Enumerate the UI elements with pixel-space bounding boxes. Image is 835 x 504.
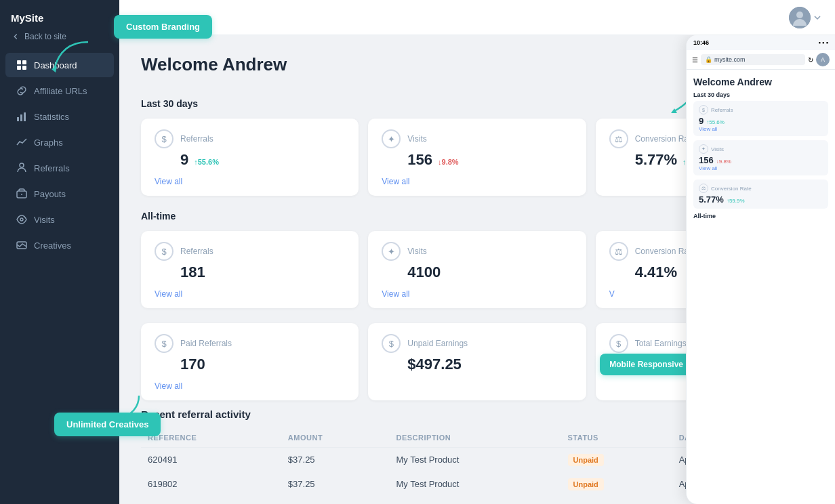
mobile-responsive-button[interactable]: Mobile Responsive: [600, 354, 693, 375]
avatar[interactable]: [789, 7, 811, 28]
svg-rect-4: [17, 117, 19, 121]
referrals-view-all[interactable]: View all: [155, 177, 345, 186]
status-badge: Unpaid: [568, 454, 604, 466]
card-alltime-paid-referrals: $ Paid Referrals 170 View all: [141, 323, 359, 400]
row1-description: My Test Product: [389, 448, 561, 472]
sidebar-item-payouts[interactable]: Payouts: [5, 182, 114, 206]
visits-card-value: 156: [407, 151, 432, 169]
mobile-url-text: mysite.com: [714, 56, 746, 63]
col-status: STATUS: [561, 428, 672, 448]
svg-point-15: [796, 12, 803, 18]
sidebar-item-referrals[interactable]: Referrals: [5, 156, 114, 180]
at-referrals-value: 181: [180, 264, 205, 281]
sidebar-item-statistics[interactable]: Statistics: [5, 104, 114, 129]
referrals-card-label: Referrals: [180, 134, 213, 144]
mobile-ref-icon: $: [699, 105, 708, 114]
brand-name: MySite: [0, 0, 119, 29]
referrals-icon: [16, 163, 27, 173]
total-earn-icon: $: [609, 334, 628, 353]
mobile-vis-label: Visits: [711, 146, 724, 152]
conversion-card-value: 5.77%: [635, 151, 677, 169]
sidebar-item-dashboard[interactable]: Dashboard: [5, 53, 114, 77]
mobile-alltime-title: All-time: [693, 213, 828, 219]
at-referrals-view-all[interactable]: View all: [155, 289, 345, 299]
unpaid-earn-icon: $: [382, 334, 401, 353]
custom-branding-button[interactable]: Custom Branding: [114, 15, 212, 39]
mobile-avatar: A: [816, 53, 830, 66]
mobile-vis-value: 156: [699, 155, 714, 165]
back-to-site[interactable]: Back to site: [0, 29, 119, 49]
affiliate-urls-icon: [16, 85, 27, 96]
mobile-vis-change: ↓9.8%: [716, 159, 731, 165]
visits-card-icon: ✦: [382, 129, 401, 148]
at-referrals-label: Referrals: [180, 247, 213, 256]
svg-rect-1: [22, 60, 26, 64]
statistics-icon: [16, 111, 27, 122]
row2-reference: 619802: [141, 472, 281, 497]
mobile-ref-view-all[interactable]: View all: [699, 126, 823, 132]
sidebar-item-graphs[interactable]: Graphs: [5, 130, 114, 154]
unpaid-earn-label: Unpaid Earnings: [407, 339, 468, 348]
at-referrals-icon: $: [155, 242, 174, 261]
mobile-time: 10:46: [693, 39, 709, 46]
at-conversion-value: 4.41%: [635, 264, 677, 281]
row1-amount: $37.25: [281, 448, 390, 472]
card-alltime-unpaid-earnings: $ Unpaid Earnings $497.25: [368, 323, 586, 400]
row1-status: Unpaid: [561, 448, 672, 472]
main-nav: Dashboard Affiliate URLs Statistics Grap…: [0, 49, 119, 258]
at-visits-value: 4100: [407, 264, 441, 281]
total-earn-label: Total Earnings: [635, 339, 687, 348]
visits-view-all[interactable]: View all: [382, 177, 572, 186]
mobile-vis-view-all[interactable]: View all: [699, 165, 823, 171]
svg-rect-0: [17, 60, 21, 64]
avatar-image: [789, 7, 811, 28]
sidebar-item-creatives[interactable]: Creatives: [5, 233, 114, 257]
mobile-mockup: 10:46 ▪ ▪ ▪ ☰ 🔒 mysite.com ↻ A Welcome A…: [686, 35, 835, 504]
card-last30-referrals: $ Referrals 9 ↑55.6% View all: [141, 119, 359, 196]
mobile-card-referrals: $ Referrals 9 ↑55.6% View all: [693, 101, 828, 136]
welcome-title: Welcome Andrew: [141, 54, 287, 75]
mobile-ref-label: Referrals: [711, 107, 733, 113]
card-last30-visits: ✦ Visits 156 ↓9.8% View all: [368, 119, 586, 196]
visits-icon: [16, 214, 27, 225]
at-visits-label: Visits: [407, 247, 426, 256]
mobile-card-conversion: ⚖ Conversion Rate 5.77% ↑59.9%: [693, 180, 828, 209]
row2-amount: $37.25: [281, 472, 390, 497]
svg-point-10: [20, 218, 23, 221]
at-conversion-icon: ⚖: [609, 242, 628, 261]
mobile-conv-label: Conversion Rate: [711, 186, 752, 192]
at-visits-icon: ✦: [382, 242, 401, 261]
unlimited-creatives-button[interactable]: Unlimited Creatives: [54, 413, 161, 436]
mobile-ref-value: 9: [699, 116, 704, 126]
mobile-urlbar: ☰ 🔒 mysite.com ↻ A: [687, 50, 835, 70]
col-description: DESCRIPTION: [389, 428, 561, 448]
mobile-last30-title: Last 30 days: [693, 91, 828, 98]
mobile-refresh-icon: ↻: [808, 56, 813, 64]
sidebar-item-affiliate-urls[interactable]: Affiliate URLs: [5, 79, 114, 103]
mobile-conv-change: ↑59.9%: [727, 198, 745, 204]
card-alltime-visits: ✦ Visits 4100 View all: [368, 231, 586, 308]
paid-ref-label: Paid Referrals: [180, 339, 232, 348]
mobile-welcome: Welcome Andrew: [693, 77, 828, 87]
paid-ref-icon: $: [155, 334, 174, 353]
referrals-card-value: 9: [180, 151, 188, 169]
paid-ref-view-all[interactable]: View all: [155, 381, 345, 391]
dashboard-icon: [16, 60, 27, 70]
mobile-card-visits: ✦ Visits 156 ↓9.8% View all: [693, 140, 828, 175]
creatives-icon: [16, 240, 27, 251]
payouts-icon: [16, 188, 27, 199]
visits-card-change: ↓9.8%: [438, 158, 459, 166]
col-reference: REFERENCE: [141, 428, 281, 448]
svg-rect-6: [24, 112, 26, 121]
card-alltime-referrals: $ Referrals 181 View all: [141, 231, 359, 308]
row1-reference: 620491: [141, 448, 281, 472]
content-area: Welcome Andrew Real-time Reports Last 30…: [119, 35, 835, 504]
topbar: [119, 0, 835, 35]
main-content: Welcome Andrew Real-time Reports Last 30…: [119, 0, 835, 504]
sidebar-item-visits[interactable]: Visits: [5, 207, 114, 232]
row2-description: My Test Product: [389, 472, 561, 497]
referrals-card-icon: $: [155, 129, 174, 148]
back-icon: [11, 32, 20, 41]
at-visits-view-all[interactable]: View all: [382, 289, 572, 299]
mobile-content: Welcome Andrew Last 30 days $ Referrals …: [687, 70, 835, 498]
